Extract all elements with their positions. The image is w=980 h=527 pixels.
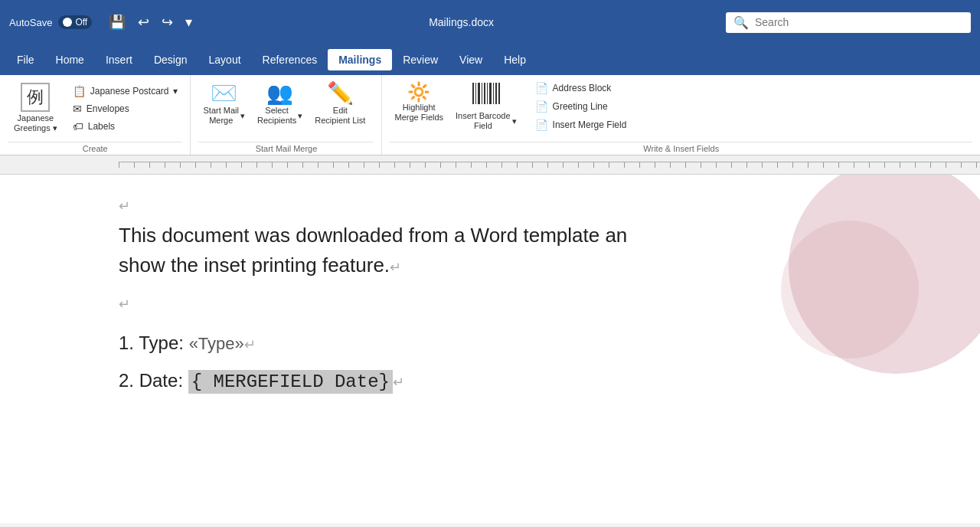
labels-icon: 🏷 xyxy=(73,120,83,133)
svg-rect-6 xyxy=(489,83,492,104)
ribbon: 例 JapaneseGreetings ▾ 📋 Japanese Postcar… xyxy=(0,75,980,155)
autosave-area: AutoSave Off xyxy=(9,15,92,29)
insert-merge-field-button[interactable]: 📄 Insert Merge Field xyxy=(531,116,632,133)
autosave-label: AutoSave xyxy=(9,17,52,28)
document-title: Mailings.docx xyxy=(209,16,714,28)
menu-references[interactable]: References xyxy=(252,49,328,70)
undo-button[interactable]: ↩ xyxy=(133,11,154,34)
create-small-buttons: 📋 Japanese Postcard ▾ ✉ Envelopes 🏷 Labe… xyxy=(68,83,183,135)
list-item-1: 1. Type: «Type»↵ xyxy=(119,328,934,359)
menu-insert[interactable]: Insert xyxy=(95,49,143,70)
svg-rect-2 xyxy=(478,83,480,104)
japanese-greetings-label: JapaneseGreetings ▾ xyxy=(14,113,57,133)
envelopes-button[interactable]: ✉ Envelopes xyxy=(68,100,183,117)
svg-rect-5 xyxy=(487,83,488,104)
insert-merge-icon: 📄 xyxy=(535,119,548,131)
toggle-label: Off xyxy=(75,17,87,28)
svg-rect-9 xyxy=(498,83,500,104)
autosave-toggle[interactable]: Off xyxy=(58,15,92,29)
toolbar-icons: 💾 ↩ ↪ ▾ xyxy=(104,11,197,34)
svg-rect-7 xyxy=(493,83,494,104)
kanji-icon: 例 xyxy=(21,83,50,112)
redo-button[interactable]: ↪ xyxy=(157,11,178,34)
edit-recipient-list-button[interactable]: ✏️ EditRecipient List xyxy=(310,80,370,129)
svg-rect-0 xyxy=(472,83,474,104)
menu-mailings[interactable]: Mailings xyxy=(328,49,392,70)
search-icon: 🔍 xyxy=(733,15,749,30)
customize-button[interactable]: ▾ xyxy=(181,11,197,34)
title-bar: AutoSave Off 💾 ↩ ↪ ▾ Mailings.docx 🔍 xyxy=(0,0,980,44)
toggle-knob xyxy=(63,18,72,27)
document-list: 1. Type: «Type»↵ 2. Date: { MERGEFIELD D… xyxy=(119,328,934,398)
return-arrow-4: ↵ xyxy=(244,337,256,352)
return-arrow-1: ↵ xyxy=(119,198,130,214)
menu-bar: File Home Insert Design Layout Reference… xyxy=(0,44,980,75)
search-bar[interactable]: 🔍 xyxy=(726,12,971,33)
select-recipients-inner[interactable]: 👥 SelectRecipients ▾ xyxy=(253,80,307,129)
ruler-line xyxy=(119,162,980,168)
select-recipients-icon: 👥 xyxy=(266,83,293,104)
japanese-postcard-icon: 📋 xyxy=(73,85,86,97)
create-group-label: Create xyxy=(8,142,182,153)
write-fields-group-label: Write & Insert Fields xyxy=(390,142,972,153)
barcode-icon xyxy=(472,83,500,110)
write-fields-items: 📄 Address Block 📄 Greeting Line 📄 Insert… xyxy=(531,80,632,133)
japanese-postcard-button[interactable]: 📋 Japanese Postcard ▾ xyxy=(68,83,183,100)
svg-rect-4 xyxy=(484,83,485,104)
start-mail-merge-icon: ✉️ xyxy=(211,83,237,104)
start-mail-merge-button[interactable]: ✉️ Start MailMerge ▾ xyxy=(198,80,249,129)
document-content: ↵ This document was downloaded from a Wo… xyxy=(119,198,934,398)
return-arrow-3: ↵ xyxy=(119,296,130,312)
mail-merge-group-label: Start Mail Merge xyxy=(198,142,374,153)
type-field: «Type» xyxy=(189,334,244,353)
doc-paragraph: This document was downloaded from a Word… xyxy=(119,221,934,280)
start-mail-merge-inner[interactable]: ✉️ Start MailMerge ▾ xyxy=(198,80,249,129)
ruler xyxy=(0,155,980,175)
select-recipients-button[interactable]: 👥 SelectRecipients ▾ xyxy=(253,80,307,129)
menu-file[interactable]: File xyxy=(6,49,45,70)
ribbon-group-create: 例 JapaneseGreetings ▾ 📋 Japanese Postcar… xyxy=(0,75,191,155)
address-block-button[interactable]: 📄 Address Block xyxy=(531,80,632,97)
greeting-line-icon: 📄 xyxy=(535,100,548,113)
greeting-line-button[interactable]: 📄 Greeting Line xyxy=(531,98,632,115)
list-item-2: 2. Date: { MERGEFIELD Date}↵ xyxy=(119,365,934,398)
ribbon-group-mail-merge: ✉️ Start MailMerge ▾ 👥 SelectRecipients … xyxy=(191,75,382,155)
ribbon-group-write-fields: 🔆 HighlightMerge Fields xyxy=(382,75,980,155)
japanese-greetings-button[interactable]: 例 JapaneseGreetings ▾ xyxy=(8,80,64,136)
return-arrow-2: ↵ xyxy=(390,260,401,275)
highlight-icon: 🔆 xyxy=(407,83,430,101)
svg-rect-3 xyxy=(482,83,482,104)
document-area: ↵ This document was downloaded from a Wo… xyxy=(0,175,980,523)
svg-rect-8 xyxy=(495,83,497,104)
menu-help[interactable]: Help xyxy=(493,49,537,70)
search-input[interactable] xyxy=(755,16,963,28)
menu-review[interactable]: Review xyxy=(392,49,449,70)
svg-rect-1 xyxy=(475,83,476,104)
menu-design[interactable]: Design xyxy=(143,49,198,70)
menu-layout[interactable]: Layout xyxy=(198,49,252,70)
save-button[interactable]: 💾 xyxy=(104,11,130,34)
menu-home[interactable]: Home xyxy=(45,49,95,70)
envelope-icon: ✉ xyxy=(73,103,82,115)
labels-button[interactable]: 🏷 Labels xyxy=(68,118,183,135)
date-merge-field: { MERGEFIELD Date} xyxy=(188,370,393,394)
edit-recipients-icon: ✏️ xyxy=(327,83,354,104)
insert-barcode-button[interactable]: Insert BarcodeField ▾ xyxy=(451,80,521,134)
menu-view[interactable]: View xyxy=(449,49,493,70)
return-arrow-5: ↵ xyxy=(393,375,404,390)
highlight-merge-fields-button[interactable]: 🔆 HighlightMerge Fields xyxy=(390,80,448,126)
document-page: ↵ This document was downloaded from a Wo… xyxy=(0,175,980,523)
address-block-icon: 📄 xyxy=(535,82,548,94)
